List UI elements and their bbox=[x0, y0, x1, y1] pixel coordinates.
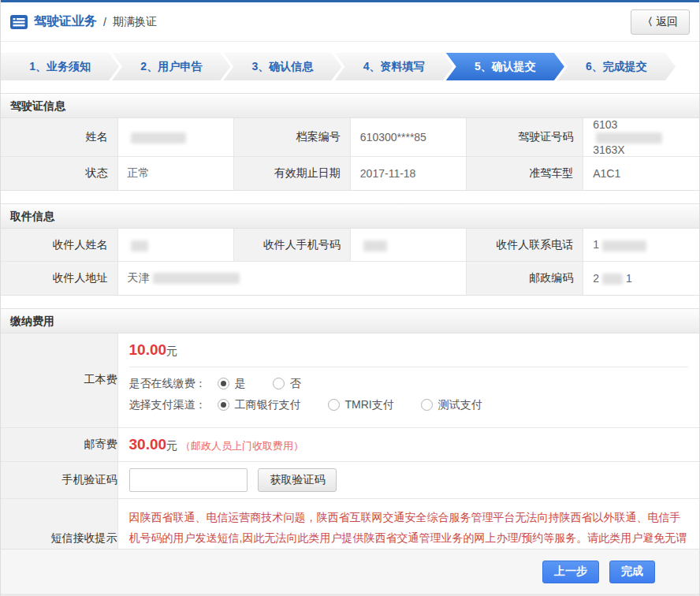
online-pay-radio-group: 是否在线缴费： 是 否 bbox=[129, 377, 689, 391]
step-2-user-declaration[interactable]: 2、用户申告 bbox=[112, 53, 230, 80]
name-label: 姓名 bbox=[1, 118, 117, 157]
payment-table: 工本费 10.00元 是否在线缴费： 是 否 bbox=[1, 333, 699, 578]
radio-unchecked-icon[interactable] bbox=[273, 378, 285, 389]
channel-test-option[interactable]: 测试支付 bbox=[421, 398, 482, 412]
file-no-value: 610300****85 bbox=[350, 118, 466, 157]
redacted-license-no bbox=[596, 132, 662, 143]
finish-button[interactable]: 完成 bbox=[609, 561, 655, 583]
radio-checked-icon[interactable] bbox=[218, 399, 229, 411]
status-label: 状态 bbox=[1, 157, 117, 190]
radio-unchecked-icon[interactable] bbox=[421, 399, 433, 411]
expiry-label: 有效期止日期 bbox=[233, 157, 350, 190]
page: 驾驶证业务 / 期满换证 〈 返回 1、业务须知 2、用户申告 3、确认信息 4… bbox=[0, 0, 700, 596]
back-chevron-icon: 〈 bbox=[642, 15, 653, 29]
production-fee-label: 工本费 bbox=[1, 333, 117, 428]
vehicle-class-label: 准驾车型 bbox=[467, 157, 583, 190]
step-3-confirm-info[interactable]: 3、确认信息 bbox=[223, 53, 341, 80]
online-pay-yes-label: 是 bbox=[235, 377, 246, 391]
address-value: 天津 bbox=[117, 262, 467, 295]
postcode-value: 21 bbox=[583, 262, 699, 295]
postcode-suffix: 1 bbox=[626, 272, 632, 285]
step-5-confirm-submit[interactable]: 5、确认提交 bbox=[446, 53, 564, 80]
file-no-label: 档案编号 bbox=[233, 118, 350, 157]
license-menu-icon bbox=[10, 15, 28, 29]
channel-icbc-label: 工商银行支付 bbox=[235, 398, 301, 412]
recipient-phone-value: 1 bbox=[583, 229, 699, 262]
table-row: 工本费 10.00元 是否在线缴费： 是 否 bbox=[1, 333, 699, 428]
recipient-name-label: 收件人姓名 bbox=[1, 229, 117, 262]
production-fee-cell: 10.00元 是否在线缴费： 是 否 bbox=[117, 333, 699, 428]
back-button[interactable]: 〈 返回 bbox=[631, 9, 690, 35]
postage-fee-unit: 元 bbox=[166, 439, 177, 452]
back-button-label: 返回 bbox=[656, 15, 678, 29]
breadcrumb: 驾驶证业务 / 期满换证 bbox=[10, 13, 157, 30]
postage-fee-cell: 30.00元（邮政人员上门收取费用） bbox=[117, 427, 699, 461]
table-row: 手机验证码 获取验证码 bbox=[1, 461, 699, 498]
redacted-recipient-name bbox=[131, 240, 148, 251]
recipient-mobile-value bbox=[350, 229, 466, 262]
channel-tmri-option[interactable]: TMRI支付 bbox=[328, 398, 394, 412]
license-info-table: 姓名 档案编号 610300****85 驾驶证号码 61033163X 状态 … bbox=[1, 118, 699, 190]
address-prefix: 天津 bbox=[128, 271, 150, 284]
postage-fee-amount: 30.00 bbox=[129, 436, 167, 453]
license-info-section-title: 驾驶证信息 bbox=[1, 93, 699, 118]
redacted-postcode bbox=[602, 274, 623, 285]
sms-code-cell: 获取验证码 bbox=[117, 461, 699, 498]
recipient-phone-prefix: 1 bbox=[593, 238, 599, 251]
recipient-mobile-label: 收件人手机号码 bbox=[233, 229, 350, 262]
channel-test-label: 测试支付 bbox=[438, 398, 482, 412]
vehicle-class-value: A1C1 bbox=[583, 157, 699, 190]
table-row: 状态 正常 有效期止日期 2017-11-18 准驾车型 A1C1 bbox=[1, 157, 699, 190]
payment-section: 缴纳费用 工本费 10.00元 是否在线缴费： 是 bbox=[1, 308, 699, 579]
step-wizard: 1、业务须知 2、用户申告 3、确认信息 4、资料填写 5、确认提交 6、完成提… bbox=[1, 53, 699, 80]
recipient-name-value bbox=[117, 229, 233, 262]
pickup-info-table: 收件人姓名 收件人手机号码 收件人联系电话 1 收件人地址 天津 邮政编码 21 bbox=[1, 229, 699, 295]
sms-code-label: 手机验证码 bbox=[1, 461, 117, 498]
postage-fee-label: 邮寄费 bbox=[1, 427, 117, 461]
redacted-recipient-mobile bbox=[363, 240, 387, 251]
prev-step-button[interactable]: 上一步 bbox=[542, 561, 599, 583]
online-pay-question: 是否在线缴费： bbox=[129, 377, 207, 391]
channel-icbc-option[interactable]: 工商银行支付 bbox=[218, 398, 301, 412]
pay-channel-radio-group: 选择支付渠道： 工商银行支付 TMRI支付 测试支付 bbox=[129, 398, 689, 412]
online-pay-no-option[interactable]: 否 bbox=[273, 377, 301, 391]
name-value bbox=[117, 118, 233, 157]
license-no-value: 61033163X bbox=[583, 118, 699, 157]
step-wizard-tail bbox=[676, 53, 699, 80]
radio-unchecked-icon[interactable] bbox=[328, 399, 340, 411]
step-1-business-notice[interactable]: 1、业务须知 bbox=[1, 53, 119, 80]
sms-code-input[interactable] bbox=[129, 468, 248, 492]
license-no-label: 驾驶证号码 bbox=[467, 118, 583, 157]
table-row: 收件人姓名 收件人手机号码 收件人联系电话 1 bbox=[1, 229, 699, 262]
table-row: 邮寄费 30.00元（邮政人员上门收取费用） bbox=[1, 427, 699, 461]
address-label: 收件人地址 bbox=[1, 262, 117, 295]
channel-tmri-label: TMRI支付 bbox=[345, 398, 394, 412]
table-row: 收件人地址 天津 邮政编码 21 bbox=[1, 262, 699, 295]
header: 驾驶证业务 / 期满换证 〈 返回 bbox=[1, 2, 699, 42]
payment-section-title: 缴纳费用 bbox=[1, 308, 699, 333]
production-fee-unit: 元 bbox=[166, 345, 177, 357]
radio-checked-icon[interactable] bbox=[218, 378, 229, 389]
redacted-recipient-phone bbox=[602, 240, 646, 251]
postcode-label: 邮政编码 bbox=[467, 262, 583, 295]
online-pay-yes-option[interactable]: 是 bbox=[218, 377, 246, 391]
fee-divider bbox=[129, 367, 689, 367]
pickup-info-section-title: 取件信息 bbox=[1, 203, 699, 229]
online-pay-no-label: 否 bbox=[290, 377, 301, 391]
license-no-prefix: 6103 bbox=[593, 118, 617, 131]
expiry-value: 2017-11-18 bbox=[350, 157, 466, 190]
footer-action-bar: 上一步 完成 bbox=[1, 549, 699, 596]
license-info-section: 驾驶证信息 姓名 档案编号 610300****85 驾驶证号码 6103316… bbox=[1, 93, 699, 191]
page-title: 驾驶证业务 bbox=[34, 13, 97, 30]
postage-fee-note: （邮政人员上门收取费用） bbox=[181, 440, 303, 452]
breadcrumb-separator: / bbox=[103, 16, 106, 28]
production-fee-amount-line: 10.00元 bbox=[129, 341, 689, 359]
get-code-button[interactable]: 获取验证码 bbox=[258, 468, 337, 492]
step-6-complete-submit[interactable]: 6、完成提交 bbox=[557, 53, 676, 80]
production-fee-amount: 10.00 bbox=[129, 341, 167, 358]
status-value: 正常 bbox=[117, 157, 233, 190]
step-4-fill-data[interactable]: 4、资料填写 bbox=[335, 53, 453, 80]
postcode-prefix: 2 bbox=[593, 272, 599, 285]
pickup-info-section: 取件信息 收件人姓名 收件人手机号码 收件人联系电话 1 收件人地址 天津 邮政… bbox=[1, 203, 699, 296]
pay-channel-question: 选择支付渠道： bbox=[129, 398, 207, 412]
